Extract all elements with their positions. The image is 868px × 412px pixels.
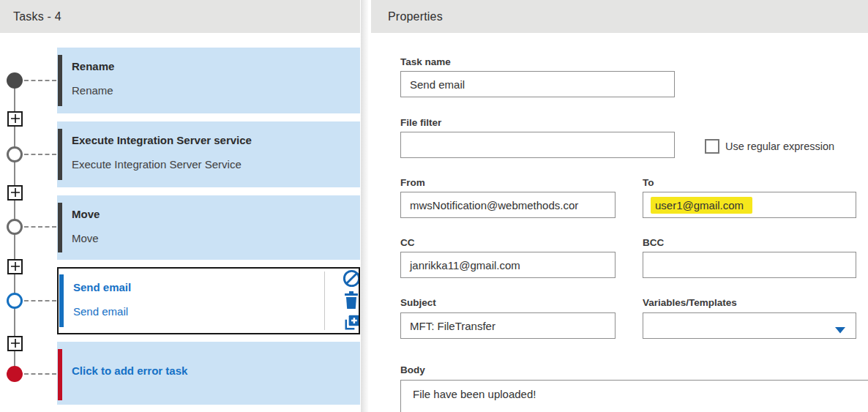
properties-panel: Properties Task name Send email File fil… [371, 0, 868, 412]
task-card-accent-bar [59, 274, 64, 327]
task-name-value: Send email [410, 78, 465, 91]
timeline-node-task3 [7, 219, 23, 235]
task-card-rename[interactable]: Rename Rename [57, 48, 360, 113]
variables-templates-select[interactable] [643, 312, 856, 339]
subject-value: MFT: FileTransfer [410, 320, 495, 332]
duplicate-task-button[interactable] [340, 312, 360, 334]
task-title: Move [72, 208, 100, 220]
properties-panel-header: Properties [371, 0, 868, 33]
body-label: Body [400, 364, 425, 375]
card-actions-separator [324, 271, 325, 330]
timeline-connector [24, 300, 56, 301]
properties-panel-title: Properties [388, 10, 443, 23]
timeline-connector [24, 373, 56, 375]
tasks-panel: Tasks - 4 Rename Rename [0, 0, 360, 412]
plus-icon [11, 113, 20, 126]
add-error-task-label: Click to add error task [72, 364, 187, 377]
timeline-node-task4-selected [7, 293, 23, 309]
to-label: To [643, 177, 654, 188]
timeline-node-error [7, 366, 23, 382]
delete-task-button[interactable] [340, 291, 360, 312]
task-card-accent-bar [58, 349, 62, 400]
duplicate-icon [342, 312, 361, 335]
from-input[interactable]: mwsNotification@webmethods.cor [400, 192, 616, 218]
add-task-button[interactable] [7, 111, 23, 127]
task-card-accent-bar [58, 129, 62, 180]
add-error-task-card[interactable]: Click to add error task [57, 342, 360, 405]
timeline-connector [24, 154, 56, 155]
add-task-button[interactable] [7, 259, 23, 274]
delete-icon [343, 291, 360, 312]
task-title: Send email [73, 281, 131, 293]
cc-input[interactable]: janrikka11@gmail.com [400, 252, 616, 278]
variables-templates-label: Variables/Templates [643, 297, 737, 308]
cc-label: CC [400, 237, 415, 248]
card-actions [340, 269, 360, 334]
timeline-connector [24, 226, 56, 228]
task-title: Rename [72, 60, 114, 72]
add-task-button[interactable] [7, 336, 23, 351]
from-label: From [400, 177, 425, 188]
subject-input[interactable]: MFT: FileTransfer [400, 312, 616, 339]
file-filter-input[interactable] [400, 132, 675, 158]
task-subtitle: Move [72, 232, 99, 244]
file-filter-label: File filter [400, 117, 441, 128]
tasks-panel-header: Tasks - 4 [0, 0, 360, 33]
disable-icon [342, 269, 361, 291]
subject-label: Subject [400, 297, 436, 308]
panel-divider [360, 0, 371, 412]
use-regex-label: Use regular expression [725, 141, 834, 152]
timeline-node-start [7, 72, 23, 89]
task-card-accent-bar [58, 55, 62, 106]
highlight-annotation: user1@gmail.com [651, 197, 752, 214]
mft-task-editor: Tasks - 4 Rename Rename [0, 0, 868, 412]
to-input[interactable]: user1@gmail.com [643, 192, 856, 218]
task-card-accent-bar [58, 203, 62, 252]
disable-task-button[interactable] [340, 269, 360, 291]
chevron-down-icon [835, 323, 845, 336]
task-name-input[interactable]: Send email [400, 71, 675, 97]
body-value: File have been uploaded! [413, 388, 536, 400]
timeline-connector [24, 80, 56, 81]
plus-icon [11, 261, 20, 274]
task-card-execute-is-service[interactable]: Execute Integration Server service Execu… [57, 121, 360, 187]
task-card-move[interactable]: Move Move [57, 195, 360, 260]
scrollbar-track[interactable] [361, 0, 368, 412]
tasks-panel-title: Tasks - 4 [13, 10, 61, 23]
from-value: mwsNotification@webmethods.cor [410, 199, 578, 211]
task-title: Execute Integration Server service [72, 134, 252, 146]
timeline-node-task2 [7, 146, 23, 162]
cc-value: janrikka11@gmail.com [410, 259, 520, 271]
add-task-button[interactable] [7, 185, 23, 201]
use-regex-checkbox[interactable] [705, 139, 719, 154]
task-name-label: Task name [400, 56, 451, 67]
task-subtitle: Send email [73, 305, 128, 318]
body-textarea[interactable]: File have been uploaded! [400, 380, 868, 412]
task-subtitle: Rename [72, 84, 113, 97]
bcc-label: BCC [643, 237, 664, 248]
plus-icon [11, 187, 20, 200]
bcc-input[interactable] [643, 252, 856, 278]
task-subtitle: Execute Integration Server Service [72, 158, 242, 171]
plus-icon [11, 337, 20, 351]
task-card-send-email-selected[interactable]: Send email Send email [57, 267, 360, 334]
